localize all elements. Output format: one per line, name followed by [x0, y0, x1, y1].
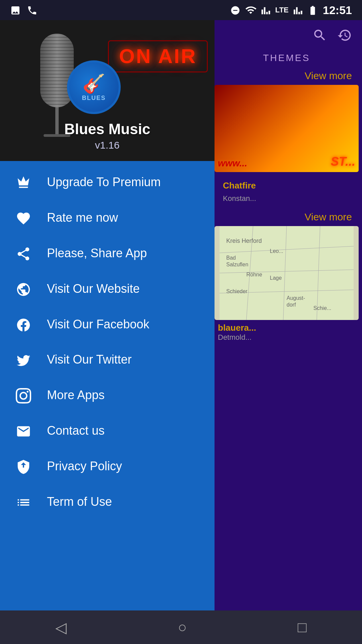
- signal-icon: [261, 5, 270, 15]
- right-panel-header: [211, 20, 362, 49]
- do-not-disturb-icon: [230, 5, 240, 16]
- heart-icon: [13, 209, 34, 226]
- share-label: Please, Share App: [47, 246, 147, 260]
- side-drawer: ON AIR 🎸 BLUES Blues Music v1.16 Upgrad: [0, 20, 215, 610]
- history-icon[interactable]: [337, 27, 352, 43]
- home-button[interactable]: ○: [164, 615, 200, 639]
- shield-icon: [13, 458, 34, 475]
- status-bar-left: [10, 4, 38, 16]
- menu-item-terms[interactable]: Term of Use: [0, 484, 215, 520]
- twitter-icon: [13, 352, 34, 368]
- back-button[interactable]: ◁: [42, 615, 80, 639]
- menu-item-website[interactable]: Visit Our Website: [0, 271, 215, 307]
- app-name: Blues Music: [0, 121, 215, 138]
- app-logo: 🎸 BLUES: [67, 60, 121, 114]
- navigation-bar: ◁ ○ □: [0, 610, 362, 644]
- photo-icon: [10, 4, 21, 16]
- wifi-icon: [245, 4, 256, 16]
- search-icon[interactable]: [312, 27, 327, 43]
- terms-label: Term of Use: [47, 495, 112, 509]
- lte-label: LTE: [275, 6, 289, 14]
- facebook-icon: [13, 316, 34, 333]
- svg-text:Kreis Herford: Kreis Herford: [226, 237, 262, 244]
- more-apps-label: More Apps: [47, 388, 105, 402]
- menu-item-share[interactable]: Please, Share App: [0, 235, 215, 271]
- map-sub: Detmold...: [218, 333, 355, 342]
- guitar-icon: 🎸: [82, 73, 106, 95]
- recents-button[interactable]: □: [284, 615, 320, 639]
- svg-text:Röhne: Röhne: [246, 272, 262, 277]
- themes-label: THEMES: [211, 49, 362, 67]
- svg-text:Bad: Bad: [226, 255, 236, 261]
- signal2-icon: [293, 5, 303, 15]
- map-name: blauera...: [218, 323, 355, 333]
- on-air-text: ON AIR: [119, 46, 197, 66]
- status-bar: LTE 12:51: [0, 0, 362, 20]
- email-icon: [13, 422, 34, 439]
- svg-text:Lage: Lage: [270, 275, 282, 281]
- svg-text:dorf: dorf: [287, 302, 296, 308]
- on-air-sign: ON AIR: [108, 40, 208, 72]
- view-more-1[interactable]: View more: [211, 67, 362, 85]
- menu-item-facebook[interactable]: Visit Our Facebook: [0, 307, 215, 342]
- upgrade-label: Upgrade To Premium: [47, 175, 161, 189]
- contact-label: Contact us: [47, 424, 105, 438]
- svg-text:Schie...: Schie...: [313, 305, 331, 311]
- svg-text:Schieder: Schieder: [226, 288, 248, 294]
- logo-blues-text: BLUES: [82, 95, 106, 102]
- menu-item-twitter[interactable]: Visit Our Twitter: [0, 342, 215, 378]
- list-icon: [13, 493, 34, 510]
- instagram-icon: [13, 387, 34, 404]
- chatfire-name: Chatfire: [218, 177, 355, 194]
- menu-item-upgrade[interactable]: Upgrade To Premium: [0, 164, 215, 200]
- status-time: 12:51: [323, 4, 352, 17]
- menu-item-rate[interactable]: Rate me now: [0, 200, 215, 235]
- privacy-label: Privacy Policy: [47, 459, 122, 473]
- menu-item-contact[interactable]: Contact us: [0, 413, 215, 448]
- svg-text:August-: August-: [287, 295, 305, 301]
- globe-icon: [13, 280, 34, 297]
- drawer-menu: Upgrade To Premium Rate me now Please, S…: [0, 161, 215, 610]
- right-panel: THEMES View more www... ST... Chatfire K…: [211, 20, 362, 610]
- chatfire-sub: Konstan...: [218, 194, 355, 206]
- rate-label: Rate me now: [47, 211, 118, 225]
- facebook-label: Visit Our Facebook: [47, 317, 149, 331]
- website-label: Visit Our Website: [47, 282, 140, 296]
- phone-icon: [27, 4, 38, 16]
- status-bar-right: LTE 12:51: [230, 4, 352, 17]
- menu-item-more-apps[interactable]: More Apps: [0, 377, 215, 413]
- app-version: v1.16: [0, 140, 215, 151]
- share-icon: [13, 245, 34, 262]
- view-more-2[interactable]: View more: [211, 208, 362, 226]
- battery-icon: [307, 4, 318, 16]
- svg-text:Leo...: Leo...: [270, 248, 283, 254]
- header-background: ON AIR 🎸 BLUES Blues Music v1.16: [0, 20, 215, 161]
- drawer-header: ON AIR 🎸 BLUES Blues Music v1.16: [0, 20, 215, 161]
- svg-text:Salzuflen: Salzuflen: [226, 262, 248, 267]
- twitter-label: Visit Our Twitter: [47, 353, 132, 367]
- menu-item-privacy[interactable]: Privacy Policy: [0, 448, 215, 484]
- crown-icon: [13, 174, 34, 191]
